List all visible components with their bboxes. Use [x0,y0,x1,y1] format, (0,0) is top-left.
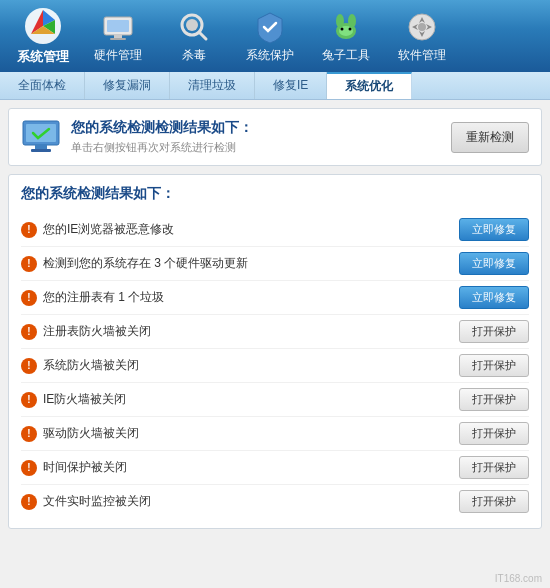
svg-line-6 [199,32,206,39]
result-left: ! 文件实时监控被关闭 [21,493,459,510]
svg-point-9 [336,14,344,28]
logo: 系统管理 [8,6,78,66]
logo-icon [23,6,63,46]
protect-button-4[interactable]: 打开保护 [459,354,529,377]
result-row: ! IE防火墙被关闭 打开保护 [21,383,529,417]
result-left: ! IE防火墙被关闭 [21,391,459,408]
result-text: 文件实时监控被关闭 [43,493,151,510]
result-row: ! 驱动防火墙被关闭 打开保护 [21,417,529,451]
tab-optimize[interactable]: 系统优化 [327,72,412,99]
tab-repair-junk[interactable]: 修复漏洞 [85,72,170,99]
result-banner: 您的系统检测检测结果如下： 单击右侧按钮再次对系统进行检测 重新检测 [8,108,542,166]
nav-software[interactable]: 软件管理 [386,3,458,70]
tab-clean-junk[interactable]: 清理垃圾 [170,72,255,99]
result-row: ! 检测到您的系统存在 3 个硬件驱动更新 立即修复 [21,247,529,281]
warn-icon: ! [21,460,37,476]
result-left: ! 时间保护被关闭 [21,459,459,476]
svg-rect-19 [31,149,51,152]
result-text: 检测到您的系统存在 3 个硬件驱动更新 [43,255,248,272]
result-left: ! 驱动防火墙被关闭 [21,425,459,442]
result-left: ! 检测到您的系统存在 3 个硬件驱动更新 [21,255,459,272]
result-row: ! 系统防火墙被关闭 打开保护 [21,349,529,383]
nav-protect-label: 系统保护 [246,47,294,64]
main-content: 您的系统检测检测结果如下： 单击右侧按钮再次对系统进行检测 重新检测 您的系统检… [0,100,550,588]
result-left: ! 注册表防火墙被关闭 [21,323,459,340]
kill-icon [176,9,212,45]
recheck-button[interactable]: 重新检测 [451,122,529,153]
tabbar: 全面体检 修复漏洞 清理垃圾 修复IE 系统优化 [0,72,550,100]
svg-point-15 [418,23,426,31]
warn-icon: ! [21,358,37,374]
nav-software-label: 软件管理 [398,47,446,64]
rabbit-icon [328,9,364,45]
warn-icon: ! [21,392,37,408]
protect-button-6[interactable]: 打开保护 [459,422,529,445]
fix-button-0[interactable]: 立即修复 [459,218,529,241]
protect-button-8[interactable]: 打开保护 [459,490,529,513]
svg-point-11 [339,26,353,36]
banner-text: 您的系统检测检测结果如下： 单击右侧按钮再次对系统进行检测 [71,119,253,155]
nav-rabbit[interactable]: 兔子工具 [310,3,382,70]
header: 系统管理 硬件管理 杀毒 [0,0,550,72]
nav-kill-label: 杀毒 [182,47,206,64]
software-icon [404,9,440,45]
warn-icon: ! [21,290,37,306]
result-row: ! 您的注册表有 1 个垃圾 立即修复 [21,281,529,315]
nav-hardware[interactable]: 硬件管理 [82,3,154,70]
result-row: ! 注册表防火墙被关闭 打开保护 [21,315,529,349]
svg-point-13 [349,27,352,30]
fix-button-2[interactable]: 立即修复 [459,286,529,309]
svg-point-10 [348,14,356,28]
warn-icon: ! [21,324,37,340]
svg-rect-2 [107,20,129,32]
result-text: 注册表防火墙被关闭 [43,323,151,340]
result-text: 时间保护被关闭 [43,459,127,476]
protect-button-3[interactable]: 打开保护 [459,320,529,343]
protect-button-7[interactable]: 打开保护 [459,456,529,479]
banner-title: 您的系统检测检测结果如下： [71,119,253,137]
nav-kill[interactable]: 杀毒 [158,3,230,70]
nav-hardware-label: 硬件管理 [94,47,142,64]
result-text: 您的注册表有 1 个垃圾 [43,289,164,306]
protect-icon [252,9,288,45]
result-left: ! 您的IE浏览器被恶意修改 [21,221,459,238]
svg-rect-4 [110,38,126,40]
svg-rect-17 [26,124,56,142]
results-title: 您的系统检测结果如下： [21,185,529,203]
result-left: ! 您的注册表有 1 个垃圾 [21,289,459,306]
result-text: 系统防火墙被关闭 [43,357,139,374]
warn-icon: ! [21,494,37,510]
svg-point-12 [341,27,344,30]
logo-label: 系统管理 [17,48,69,66]
result-row: ! 您的IE浏览器被恶意修改 立即修复 [21,213,529,247]
banner-left: 您的系统检测检测结果如下： 单击右侧按钮再次对系统进行检测 [21,119,253,155]
protect-button-5[interactable]: 打开保护 [459,388,529,411]
result-text: IE防火墙被关闭 [43,391,126,408]
tab-repair-ie[interactable]: 修复IE [255,72,327,99]
result-row: ! 时间保护被关闭 打开保护 [21,451,529,485]
hardware-icon [100,9,136,45]
banner-subtitle: 单击右侧按钮再次对系统进行检测 [71,140,253,155]
watermark: IT168.com [495,573,542,584]
warn-icon: ! [21,256,37,272]
fix-button-1[interactable]: 立即修复 [459,252,529,275]
monitor-icon [21,119,61,155]
result-left: ! 系统防火墙被关闭 [21,357,459,374]
warn-icon: ! [21,222,37,238]
nav-rabbit-label: 兔子工具 [322,47,370,64]
svg-rect-18 [35,145,47,149]
results-panel: 您的系统检测结果如下： ! 您的IE浏览器被恶意修改 立即修复 ! 检测到您的系… [8,174,542,529]
svg-point-7 [186,19,198,31]
result-text: 您的IE浏览器被恶意修改 [43,221,174,238]
result-row: ! 文件实时监控被关闭 打开保护 [21,485,529,518]
nav-protect[interactable]: 系统保护 [234,3,306,70]
warn-icon: ! [21,426,37,442]
svg-rect-3 [114,35,122,38]
result-text: 驱动防火墙被关闭 [43,425,139,442]
tab-full-check[interactable]: 全面体检 [0,72,85,99]
